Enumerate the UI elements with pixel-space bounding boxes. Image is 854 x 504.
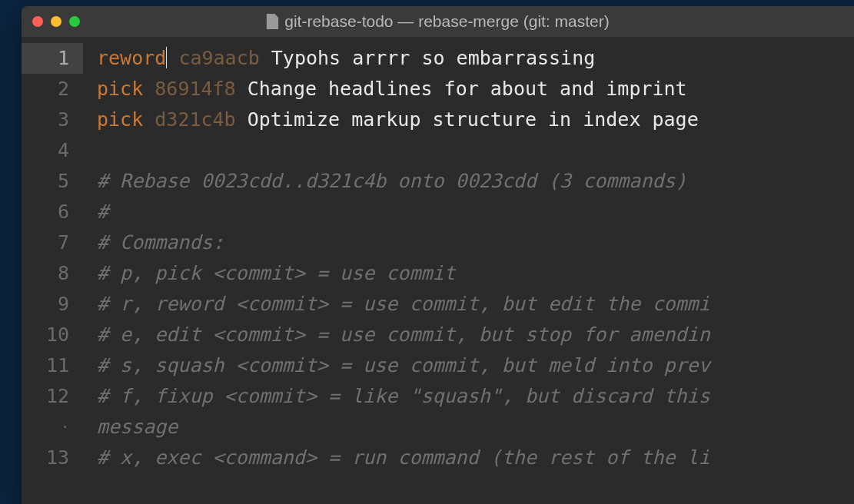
commit-line[interactable]: pick d321c4b Optimize markup structure i… [97,104,854,135]
line-number: 9 [35,289,69,320]
line-number: 6 [35,197,69,227]
commit-line[interactable]: pick 86914f8 Change headlines for about … [97,74,854,104]
rebase-command[interactable]: reword [97,47,166,69]
commit-hash[interactable]: d321c4b [155,108,235,131]
comment-text: # Commands: [97,231,224,254]
line-number: 13 [35,443,69,473]
commit-message[interactable]: Optimize markup structure in index page [248,108,699,131]
line-number: 11 [35,350,69,381]
comment-text: # s, squash <commit> = use commit, but m… [97,354,710,376]
line-number: 4 [35,135,69,166]
comment-line[interactable]: # r, reword <commit> = use commit, but e… [97,289,854,320]
comment-text: # r, reword <commit> = use commit, but e… [97,293,710,315]
line-number: 7 [35,227,69,258]
comment-line[interactable]: # e, edit <commit> = use commit, but sto… [97,320,854,350]
comment-line[interactable] [97,135,854,166]
editor-window: git-rebase-todo — rebase-merge (git: mas… [22,6,854,504]
comment-text: # x, exec <command> = run command (the r… [97,446,710,469]
comment-line[interactable]: # f, fixup <commit> = like "squash", but… [97,381,854,412]
line-number: 8 [35,258,69,289]
commit-message[interactable]: Change headlines for about and imprint [248,78,687,100]
comment-line[interactable]: # x, exec <command> = run command (the r… [97,443,854,473]
line-number: 2 [35,74,69,104]
comment-text: # Rebase 0023cdd..d321c4b onto 0023cdd (… [97,170,687,192]
comment-text: message [97,416,178,438]
maximize-button[interactable] [69,16,80,27]
commit-message[interactable]: Typohs arrrr so embarrassing [271,47,595,69]
commit-line[interactable]: reword ca9aacb Typohs arrrr so embarrass… [97,43,854,74]
rebase-command[interactable]: pick [97,108,143,131]
text-cursor [166,47,167,68]
line-number: 3 [35,104,69,135]
line-number: · [35,412,69,443]
comment-line[interactable]: # [97,197,854,227]
comment-text: # [97,201,108,223]
close-button[interactable] [32,16,43,27]
comment-line[interactable]: # Rebase 0023cdd..d321c4b onto 0023cdd (… [97,166,854,197]
window-title: git-rebase-todo — rebase-merge (git: mas… [266,12,610,31]
editor-area[interactable]: 123456789101112·13 reword ca9aacb Typohs… [22,37,854,504]
titlebar: git-rebase-todo — rebase-merge (git: mas… [22,6,854,37]
rebase-command[interactable]: pick [97,78,143,100]
comment-text: # p, pick <commit> = use commit [97,262,456,284]
comment-text: # e, edit <commit> = use commit, but sto… [97,323,710,346]
comment-line[interactable]: # p, pick <commit> = use commit [97,258,854,289]
comment-line[interactable]: # Commands: [97,227,854,258]
line-number: 10 [35,320,69,350]
commit-hash[interactable]: ca9aacb [178,47,259,69]
comment-line[interactable]: message [97,412,854,443]
window-title-text: git-rebase-todo — rebase-merge (git: mas… [284,12,610,31]
file-icon [266,14,278,29]
commit-hash[interactable]: 86914f8 [155,78,235,100]
line-number: 1 [22,43,83,74]
line-number-gutter: 123456789101112·13 [22,37,83,504]
code-content[interactable]: reword ca9aacb Typohs arrrr so embarrass… [83,37,854,504]
comment-line[interactable]: # s, squash <commit> = use commit, but m… [97,350,854,381]
minimize-button[interactable] [51,16,61,27]
line-number: 12 [35,381,69,412]
comment-text: # f, fixup <commit> = like "squash", but… [97,385,710,407]
line-number: 5 [35,166,69,197]
traffic-lights [32,16,80,27]
